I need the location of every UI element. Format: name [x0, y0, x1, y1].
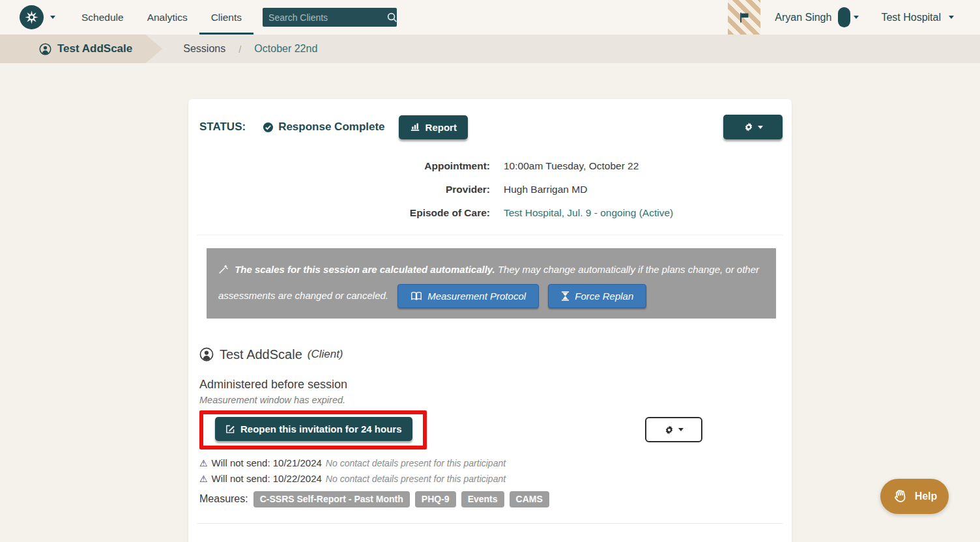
person-icon [39, 43, 51, 55]
warning-reason: No contact details present for this part… [326, 456, 506, 471]
warning-text: Will not send: 10/21/2024 [212, 455, 322, 470]
participant-role: (Client) [308, 348, 343, 361]
gear-icon [664, 425, 674, 435]
search-input[interactable] [268, 12, 386, 23]
invitation-action-row: Reopen this invitation for 24 hours [199, 410, 783, 449]
status-label: STATUS: [199, 121, 246, 134]
user-name: Aryan Singh [775, 12, 831, 23]
breadcrumb-sessions[interactable]: Sessions [183, 43, 225, 55]
chevron-down-icon [678, 428, 684, 431]
session-card: STATUS: Response Complete [188, 99, 792, 542]
main-content: STATUS: Response Complete [0, 63, 980, 542]
chevron-down-icon [949, 16, 954, 19]
measure-badge: CAMS [510, 491, 549, 507]
divider [197, 523, 783, 524]
chevron-down-icon [854, 16, 859, 19]
participant-heading: Test AddScale (Client) [199, 347, 783, 362]
warning-icon: ⚠︎ [199, 456, 208, 471]
session-settings-button[interactable] [723, 115, 783, 139]
measure-badge: Events [461, 491, 504, 507]
report-button[interactable]: Report [399, 115, 468, 139]
session-status-header: STATUS: Response Complete [188, 99, 792, 139]
episode-of-care-link[interactable]: Test Hospital, Jul. 9 - ongoing (Active) [504, 207, 792, 219]
navbar-right: Aryan Singh Test Hospital [728, 0, 980, 35]
hourglass-icon [561, 291, 569, 301]
reopen-invitation-label: Reopen this invitation for 24 hours [240, 423, 402, 435]
detail-provider: Provider: Hugh Barrigan MD [188, 184, 792, 195]
participant-section: Test AddScale (Client) Administered befo… [199, 347, 783, 507]
gear-icon [743, 122, 754, 132]
detail-appointment: Appointment: 10:00am Tuesday, October 22 [188, 160, 792, 172]
breadcrumb-client-chip[interactable]: Test AddScale [0, 35, 162, 63]
person-icon [199, 347, 214, 362]
detail-value: Hugh Barrigan MD [504, 184, 792, 195]
nav-item-analytics[interactable]: Analytics [136, 0, 199, 35]
warning-line: ⚠︎ Will not send: 10/21/2024 No contact … [199, 455, 783, 471]
force-replan-label: Force Replan [575, 291, 633, 302]
force-replan-button[interactable]: Force Replan [548, 284, 646, 308]
org-name: Test Hospital [881, 12, 941, 23]
nav-item-clients[interactable]: Clients [199, 0, 253, 35]
send-warnings: ⚠︎ Will not send: 10/21/2024 No contact … [199, 455, 783, 487]
app-logo-menu[interactable] [20, 5, 55, 29]
org-menu[interactable]: Test Hospital [881, 12, 954, 23]
edit-icon [225, 424, 235, 434]
avatar [838, 7, 850, 27]
annotation-highlight-box: Reopen this invitation for 24 hours [199, 410, 427, 449]
client-search [263, 8, 397, 27]
measurement-protocol-label: Measurement Protocol [427, 291, 526, 302]
nav-item-schedule[interactable]: Schedule [70, 0, 136, 35]
measures-label: Measures: [199, 493, 248, 505]
measurement-window-note: Measurement window has expired. [199, 395, 783, 405]
chevron-down-icon [758, 126, 763, 129]
detail-label: Provider: [188, 184, 490, 195]
open-book-icon [411, 291, 422, 301]
participant-name: Test AddScale [220, 347, 302, 362]
check-circle-icon [263, 122, 274, 133]
flag-ribbon[interactable] [728, 0, 760, 35]
breadcrumb-separator: / [238, 44, 241, 55]
primary-nav: Schedule Analytics Clients [70, 0, 253, 35]
detail-label: Appointment: [188, 160, 490, 172]
help-button[interactable]: Help [880, 479, 949, 514]
measure-badge: C-SSRS Self-Report - Past Month [253, 491, 410, 507]
warning-text: Will not send: 10/22/2024 [212, 471, 322, 486]
chevron-down-icon [50, 16, 55, 19]
warning-icon: ⚠︎ [199, 472, 208, 487]
detail-label: Episode of Care: [188, 207, 490, 219]
status-text: Response Complete [278, 121, 384, 134]
measure-badge: PHQ-9 [415, 491, 456, 507]
session-details: Appointment: 10:00am Tuesday, October 22… [188, 160, 792, 219]
waving-hand-icon [890, 487, 910, 507]
search-icon[interactable] [386, 12, 397, 23]
administration-timing: Administered before session [199, 378, 783, 392]
notice-bold-text: The scales for this session are calculat… [235, 264, 495, 275]
breadcrumb: Test AddScale Sessions / October 22nd [0, 35, 980, 63]
reopen-invitation-button[interactable]: Reopen this invitation for 24 hours [215, 417, 412, 441]
bar-chart-icon [410, 122, 420, 132]
measurement-protocol-button[interactable]: Measurement Protocol [397, 284, 539, 308]
measures-row: Measures: C-SSRS Self-Report - Past Mont… [199, 491, 783, 507]
report-button-label: Report [425, 122, 457, 133]
help-label: Help [915, 491, 938, 502]
flag-icon [738, 11, 751, 24]
detail-episode-of-care: Episode of Care: Test Hospital, Jul. 9 -… [188, 207, 792, 219]
magic-wand-icon [218, 264, 228, 274]
status-badge: Response Complete [263, 121, 384, 134]
app-logo-icon [20, 5, 44, 29]
divider [197, 235, 783, 235]
detail-value: 10:00am Tuesday, October 22 [504, 160, 792, 172]
top-navbar: Schedule Analytics Clients Aryan Singh T… [0, 0, 980, 35]
breadcrumb-client-name: Test AddScale [57, 42, 132, 55]
breadcrumb-current: October 22nd [254, 43, 317, 55]
invitation-settings-button[interactable] [645, 417, 702, 442]
warning-line: ⚠︎ Will not send: 10/22/2024 No contact … [199, 471, 783, 487]
auto-calculation-notice: The scales for this session are calculat… [207, 248, 776, 319]
user-menu[interactable]: Aryan Singh [760, 7, 859, 27]
warning-reason: No contact details present for this part… [326, 472, 506, 487]
